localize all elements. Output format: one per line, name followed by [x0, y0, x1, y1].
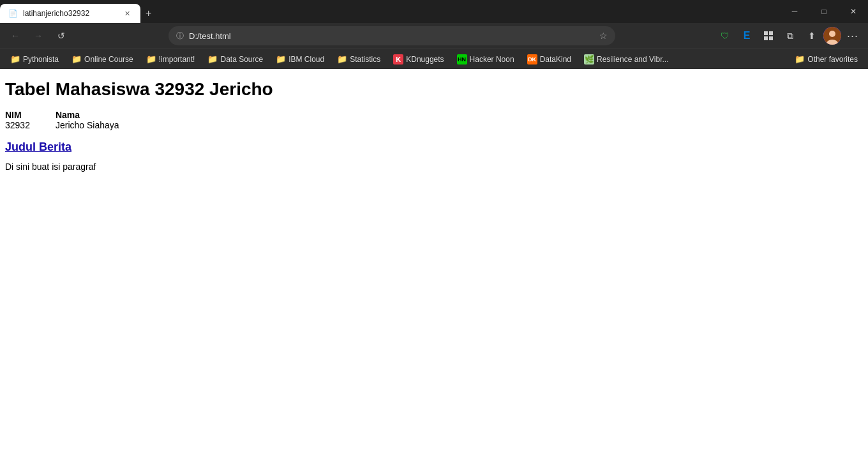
bookmark-label: Data Source [220, 55, 263, 64]
svg-point-5 [829, 31, 835, 37]
refresh-button[interactable]: ↺ [51, 26, 71, 46]
datakind-favicon: DK [527, 54, 537, 64]
new-tab-button[interactable]: + [140, 4, 156, 23]
address-bar: ← → ↺ ⓘ D:/test.html ☆ 🛡 E ⧉ ⬆ ··· [0, 23, 868, 49]
bookmark-datakind[interactable]: DK DataKind [522, 52, 576, 67]
bookmark-label: Online Course [84, 55, 133, 64]
folder-icon: 📁 [795, 54, 805, 64]
bookmark-kdnuggets[interactable]: K KDnuggets [388, 52, 449, 67]
collections-icon[interactable]: ⧉ [780, 26, 800, 46]
folder-icon: 📁 [207, 54, 218, 64]
shield-extension-icon[interactable]: 🛡 [715, 26, 735, 46]
paragraph-text: Di sini buat isi paragraf [5, 162, 863, 172]
share-icon[interactable]: ⬆ [802, 26, 822, 46]
bookmark-statistics[interactable]: 📁 Statistics [332, 52, 385, 67]
bookmark-label: Hacker Noon [470, 55, 514, 64]
svg-rect-3 [769, 36, 773, 40]
tab-close-button[interactable]: ✕ [121, 8, 133, 19]
profile-avatar[interactable] [823, 27, 841, 45]
page-content: Tabel Mahasiswa 32932 Jericho NIM Nama 3… [0, 69, 868, 470]
col-nim: NIM [5, 110, 56, 120]
bookmark-label: Pythonista [23, 55, 59, 64]
hackernoon-favicon: HN [457, 54, 467, 64]
window-controls: ─ □ ✕ [780, 0, 868, 23]
bookmark-resilience[interactable]: 🌿 Resilience and Vibr... [579, 52, 674, 67]
news-link[interactable]: Judul Berita [5, 140, 863, 154]
minimize-button[interactable]: ─ [780, 0, 809, 23]
toolbar-icons: 🛡 E ⧉ ⬆ ··· [715, 26, 863, 46]
maximize-button[interactable]: □ [809, 0, 839, 23]
bookmark-label: !important! [159, 55, 195, 64]
cell-nama: Jericho Siahaya [56, 120, 145, 130]
apps-icon[interactable] [758, 26, 779, 46]
folder-icon: 📁 [337, 54, 347, 64]
tab-title: latihanjericho32932 [23, 9, 116, 18]
bookmark-hacker-noon[interactable]: HN Hacker Noon [452, 52, 520, 67]
cell-nim: 32932 [5, 120, 56, 130]
svg-rect-1 [769, 31, 773, 35]
edge-extension-icon[interactable]: E [737, 26, 757, 46]
bookmarks-bar: 📁 Pythonista 📁 Online Course 📁 !importan… [0, 49, 868, 69]
bookmark-label: Resilience and Vibr... [597, 55, 669, 64]
forward-button[interactable]: → [28, 26, 49, 46]
bookmark-label: IBM Cloud [288, 55, 324, 64]
folder-icon: 📁 [10, 54, 20, 64]
tab-favicon: 📄 [8, 8, 18, 19]
folder-icon: 📁 [146, 54, 156, 64]
bookmark-online-course[interactable]: 📁 Online Course [66, 52, 138, 67]
close-button[interactable]: ✕ [839, 0, 868, 23]
bookmark-data-source[interactable]: 📁 Data Source [202, 52, 268, 67]
folder-icon: 📁 [71, 54, 82, 64]
bookmark-ibm-cloud[interactable]: 📁 IBM Cloud [271, 52, 329, 67]
tab-area: 📄 latihanjericho32932 ✕ + [0, 0, 780, 23]
title-bar: 📄 latihanjericho32932 ✕ + ─ □ ✕ [0, 0, 868, 23]
more-button[interactable]: ··· [842, 26, 863, 46]
bookmark-label: KDnuggets [406, 55, 444, 64]
kdnuggets-favicon: K [393, 54, 403, 64]
other-favorites[interactable]: 📁 Other favorites [789, 52, 863, 67]
svg-rect-2 [764, 36, 768, 40]
back-button[interactable]: ← [5, 26, 26, 46]
star-icon[interactable]: ☆ [599, 31, 608, 41]
resilience-favicon: 🌿 [584, 54, 594, 64]
table-row: 32932 Jericho Siahaya [5, 120, 145, 130]
active-tab[interactable]: 📄 latihanjericho32932 ✕ [0, 4, 140, 23]
folder-icon: 📁 [276, 54, 286, 64]
other-favorites-label: Other favorites [807, 55, 858, 64]
page-title: Tabel Mahasiswa 32932 Jericho [5, 79, 863, 100]
bookmark-important[interactable]: 📁 !important! [141, 52, 200, 67]
student-table: NIM Nama 32932 Jericho Siahaya [5, 110, 145, 130]
bookmark-label: DataKind [540, 55, 571, 64]
address-input-wrap[interactable]: ⓘ D:/test.html ☆ [168, 26, 615, 45]
address-text: D:/test.html [189, 31, 594, 41]
bookmark-pythonista[interactable]: 📁 Pythonista [5, 52, 64, 67]
svg-rect-0 [764, 31, 768, 35]
bookmark-label: Statistics [350, 55, 380, 64]
col-nama: Nama [56, 110, 145, 120]
lock-icon: ⓘ [176, 31, 184, 42]
